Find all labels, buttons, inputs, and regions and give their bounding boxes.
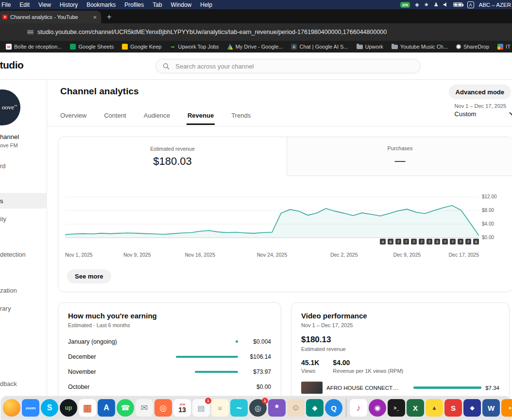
published-content-marker[interactable]: 6 [473, 239, 479, 245]
see-more-button[interactable]: See more [67, 269, 111, 283]
dock-skype-icon[interactable]: S [41, 399, 58, 417]
shape-icon[interactable]: ◈ [415, 1, 419, 8]
keyboard-layout-icon[interactable]: A [467, 1, 474, 8]
sidebar-item[interactable]: ity [0, 211, 47, 227]
menu-window[interactable]: Window [167, 1, 196, 8]
dock-upwork-icon[interactable]: up [60, 399, 77, 417]
tab-audience[interactable]: Audience [144, 112, 170, 125]
advanced-mode-button[interactable]: Advanced mode [449, 85, 511, 99]
battery-icon[interactable]: ↯ [453, 2, 462, 7]
bookmark-item[interactable]: My Drive - Google... [227, 44, 283, 50]
menu-profiles[interactable]: Profiles [120, 1, 148, 8]
site-settings-icon[interactable] [27, 30, 34, 35]
top-video-row[interactable]: AFRO HOUSE CONNECTION - Groove Bea $7.34 [301, 382, 499, 394]
published-content-marker[interactable]: 7 [458, 239, 463, 245]
menu-help[interactable]: Help [196, 1, 217, 8]
dock-red-s-app-icon[interactable]: S [444, 399, 462, 417]
dock-blue-round-app-icon[interactable]: Q [325, 399, 342, 417]
published-content-marker[interactable]: 7 [419, 239, 425, 245]
dock-music-icon[interactable]: ♪ [350, 399, 367, 417]
bookmark-item[interactable]: Youtube Music Ch... [392, 44, 448, 50]
metric-tab-purchases[interactable]: Purchases — [287, 137, 512, 176]
calendar-day: 13 [178, 406, 186, 413]
published-content-marker[interactable]: 3 [434, 239, 440, 245]
dock-orange-o-app-icon[interactable]: ◎ [154, 399, 172, 417]
url-field[interactable]: studio.youtube.com/channel/UCR5ktMEYenxB… [37, 29, 387, 35]
menu-edit[interactable]: Edit [15, 1, 34, 8]
dock-orange-edge-app-icon[interactable]: ● [501, 399, 512, 417]
dock-notes-icon[interactable]: ≡ [211, 399, 229, 417]
published-content-marker[interactable]: 7 [465, 239, 471, 245]
x-tick-label: Nov 9, 2025 [123, 252, 151, 258]
tab-trends[interactable]: Trends [231, 112, 251, 125]
dock-blue-a-app-icon[interactable]: A [98, 399, 115, 417]
dock-excel-icon[interactable]: X [407, 399, 424, 417]
published-content-marker[interactable]: 4 [380, 239, 386, 245]
input-source-label[interactable]: ABC – AZER [479, 2, 511, 8]
zoom-meeting-badge[interactable]: zm [400, 2, 410, 8]
published-content-marker[interactable]: 7 [442, 239, 448, 245]
menu-tab[interactable]: Tab [148, 1, 166, 8]
dock-terminal-icon[interactable]: >_ [388, 399, 405, 417]
menu-file[interactable]: File [0, 1, 15, 8]
dock-tan-face-app-icon[interactable]: ☺ [287, 399, 305, 417]
tab-revenue[interactable]: Revenue [188, 112, 214, 125]
dock-orange-ball-app-icon[interactable] [3, 399, 20, 417]
volume-muted-icon[interactable] [444, 2, 448, 7]
menu-view[interactable]: View [34, 1, 55, 8]
sidebar-item[interactable]: s [0, 193, 47, 209]
dock-white-list-app-icon[interactable]: ▤1 [192, 399, 210, 417]
user-status-icon[interactable]: ♟ [434, 1, 439, 8]
bookmark-item[interactable]: ShareDrop [456, 44, 489, 50]
new-tab-button[interactable]: + [107, 13, 111, 21]
channel-avatar[interactable]: oove™ [0, 89, 20, 125]
tab-content[interactable]: Content [104, 112, 126, 125]
search-icon [163, 63, 170, 70]
dock-podcasts-icon[interactable]: ◉ [369, 399, 386, 417]
dock-zoom-icon[interactable]: zoom [22, 399, 39, 417]
dock-office-grid-app-icon[interactable]: ▦ [79, 399, 96, 417]
search-input[interactable] [175, 63, 413, 70]
studio-logo[interactable]: Studio [0, 59, 23, 71]
published-content-marker[interactable]: 7 [403, 239, 409, 245]
bookmark-item[interactable]: Google Keep [122, 44, 161, 50]
dock-mail-icon[interactable]: ✉ [136, 399, 153, 417]
dock-calendar-icon[interactable]: JAN13 [173, 399, 191, 417]
dock-purple-app-icon[interactable]: * [268, 399, 286, 417]
browser-tab[interactable]: Channel analytics - YouTube × [0, 11, 101, 23]
dock-dark-camera-app-icon[interactable]: ◎1 [249, 399, 267, 417]
sidebar-item[interactable]: detection [0, 246, 47, 262]
published-content-marker[interactable]: 7 [450, 239, 456, 245]
sidebar-item[interactable]: rd [0, 158, 47, 174]
tab-close-icon[interactable]: × [93, 14, 97, 21]
sidebar-item[interactable]: dback [0, 376, 47, 391]
dock-teal-wave-app-icon[interactable]: ~ [230, 399, 248, 417]
published-content-marker[interactable]: 7 [427, 239, 432, 245]
date-dropdown-chevron-icon[interactable] [509, 110, 512, 115]
dock-teal-diamond-app-icon[interactable]: ◆ [306, 399, 324, 417]
sidebar-item[interactable]: zation [0, 282, 47, 298]
bookmark-item[interactable]: IT Certifications |... [497, 44, 512, 50]
menu-history[interactable]: History [55, 1, 82, 8]
video-thumbnail [301, 382, 323, 394]
bookmark-item[interactable]: MBoîte de réception... [6, 44, 62, 50]
bookmark-item[interactable]: upUpwork Top Jobs [170, 44, 219, 50]
metric-tab-estimated-revenue[interactable]: Estimated revenue $180.03 [58, 137, 287, 176]
views-metric: 45.1K Views [301, 359, 319, 374]
date-range-picker[interactable]: Nov 1 – Dec 17, 2025 Custom [455, 103, 506, 118]
dock-yellow-app-icon[interactable]: ▲ [426, 399, 443, 417]
dock-whatsapp-icon[interactable]: ☎ [117, 399, 134, 417]
published-content-marker[interactable]: 7 [395, 239, 401, 245]
bookmark-item[interactable]: Google Sheets [70, 44, 114, 50]
sidebar-item[interactable]: rary [0, 300, 47, 316]
published-content-marker[interactable]: 7 [411, 239, 417, 245]
dock-word-icon[interactable]: W [482, 399, 500, 417]
bookmark-item[interactable]: CChat | Google AI S... [291, 44, 348, 50]
dock-blue-diamond-app-icon[interactable]: ◆ [463, 399, 481, 417]
menu-bookmarks[interactable]: Bookmarks [82, 1, 120, 8]
bookmark-item[interactable]: Upwork [357, 44, 383, 50]
tab-overview[interactable]: Overview [60, 112, 86, 125]
channel-search-box[interactable] [155, 59, 421, 73]
published-content-marker[interactable]: 6 [388, 239, 393, 245]
star-icon[interactable]: ★ [424, 1, 429, 8]
